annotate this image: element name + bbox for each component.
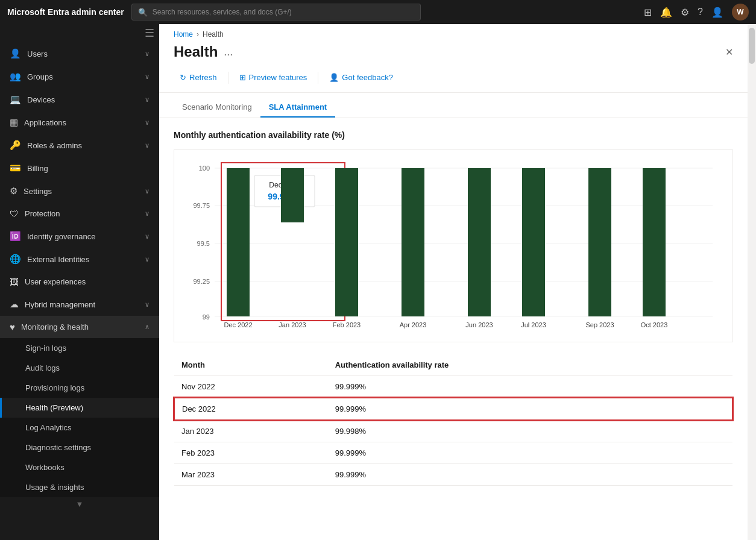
sidebar-item-devices[interactable]: 💻 Devices ∨ <box>0 88 159 111</box>
main-layout: ☰ 👤 Users ∨ 👥 Groups ∨ 💻 Devices ∨ <box>0 24 756 540</box>
bar-jan2023[interactable] <box>281 168 304 222</box>
health-preview-label: Health (Preview) <box>25 403 83 412</box>
page-header: Health ... ✕ <box>159 41 748 68</box>
bar-jun2023[interactable] <box>468 168 491 316</box>
sidebar-protection-label: Protection <box>25 209 60 218</box>
sidebar-item-protection[interactable]: 🛡 Protection ∨ <box>0 202 159 225</box>
cell-rate: 99.999% <box>328 464 732 486</box>
settings-icon[interactable]: ⚙ <box>681 7 689 18</box>
bar-jul2023[interactable] <box>522 168 545 316</box>
breadcrumb: Home › Health <box>159 24 748 41</box>
sidebar-item-applications[interactable]: ▦ Applications ∨ <box>0 111 159 134</box>
feedback-label: Got feedback? <box>342 73 393 82</box>
userexp-icon: 🖼 <box>10 277 19 287</box>
feedback-button[interactable]: 👤 Got feedback? <box>323 70 399 85</box>
sidebar-scroll-down[interactable]: ▼ <box>0 497 159 511</box>
sidebar-applications-label: Applications <box>24 118 66 127</box>
chart-container: 100 99.75 99.5 99.25 99 Dec <box>174 149 733 342</box>
users-chevron: ∨ <box>145 50 150 58</box>
svg-text:Jul 2023: Jul 2023 <box>521 321 546 328</box>
bar-oct2023[interactable] <box>643 168 666 316</box>
sidebar-item-users[interactable]: 👤 Users ∨ <box>0 42 159 65</box>
chart-svg: 100 99.75 99.5 99.25 99 Dec <box>184 160 723 334</box>
sidebar-users-label: Users <box>27 49 48 58</box>
table-row: Nov 202299.999% <box>174 376 732 398</box>
roles-icon: 🔑 <box>10 140 21 151</box>
sidebar-item-hybrid[interactable]: ☁ Hybrid management ∨ <box>0 293 159 316</box>
col-rate: Authentication availability rate <box>328 354 732 376</box>
close-button[interactable]: ✕ <box>725 46 733 58</box>
svg-text:99: 99 <box>203 313 210 321</box>
roles-chevron: ∨ <box>145 142 150 149</box>
sidebar-item-roles[interactable]: 🔑 Roles & admins ∨ <box>0 134 159 157</box>
usage-insights-label: Usage & insights <box>25 483 84 492</box>
tab-scenario-monitoring[interactable]: Scenario Monitoring <box>174 98 260 118</box>
signin-logs-label: Sign-in logs <box>25 344 66 353</box>
sidebar-item-billing[interactable]: 💳 Billing <box>0 157 159 180</box>
feedback-icon: 👤 <box>329 73 339 82</box>
sidebar-item-external[interactable]: 🌐 External Identities ∨ <box>0 248 159 271</box>
groups-chevron: ∨ <box>145 73 150 81</box>
sidebar-sub-item-usage-insights[interactable]: Usage & insights <box>0 477 159 497</box>
settings-icon: ⚙ <box>10 186 17 196</box>
bar-apr2023[interactable] <box>402 168 424 316</box>
sidebar-groups-label: Groups <box>27 72 53 81</box>
svg-text:Feb 2023: Feb 2023 <box>333 321 361 328</box>
toolbar-separator-2 <box>318 72 318 84</box>
hybrid-chevron: ∨ <box>145 301 150 309</box>
sidebar-item-groups[interactable]: 👥 Groups ∨ <box>0 65 159 88</box>
svg-text:99.5: 99.5 <box>197 240 210 247</box>
breadcrumb-current: Health <box>203 30 224 39</box>
bell-icon[interactable]: 🔔 <box>660 7 672 18</box>
settings-chevron: ∨ <box>145 187 150 195</box>
availability-table: Month Authentication availability rate N… <box>174 354 733 486</box>
search-box[interactable]: 🔍 <box>131 4 421 20</box>
bar-feb2023[interactable] <box>335 168 358 316</box>
table-section: Month Authentication availability rate N… <box>159 354 748 498</box>
sidebar-sub-monitoring: Sign-in logs Audit logs Provisioning log… <box>0 338 159 497</box>
devices-icon: 💻 <box>10 94 21 105</box>
avatar[interactable]: W <box>732 4 749 20</box>
chart-section: Monthly authentication availability rate… <box>159 118 748 354</box>
applications-icon: ▦ <box>10 117 18 128</box>
help-icon[interactable]: ? <box>698 7 703 17</box>
sidebar-item-userexp[interactable]: 🖼 User experiences <box>0 271 159 293</box>
bar-sep2023[interactable] <box>588 168 611 316</box>
refresh-button[interactable]: ↻ Refresh <box>174 70 223 85</box>
sidebar-item-identity[interactable]: 🆔 Identity governance ∨ <box>0 225 159 248</box>
portal-icon[interactable]: ⊞ <box>644 7 652 18</box>
sidebar-item-monitoring[interactable]: ♥ Monitoring & health ∧ <box>0 316 159 338</box>
breadcrumb-separator: › <box>197 30 199 39</box>
sidebar-sub-item-signin-logs[interactable]: Sign-in logs <box>0 338 159 358</box>
tab-sla-attainment[interactable]: SLA Attainment <box>260 98 336 118</box>
collapse-sidebar-icon[interactable]: ☰ <box>145 27 154 40</box>
bar-dec2022[interactable] <box>227 168 250 316</box>
sidebar-billing-label: Billing <box>27 164 48 173</box>
sidebar-sub-item-provisioning-logs[interactable]: Provisioning logs <box>0 378 159 398</box>
sidebar-sub-item-log-analytics[interactable]: Log Analytics <box>0 418 159 438</box>
breadcrumb-home[interactable]: Home <box>174 30 193 39</box>
audit-logs-label: Audit logs <box>25 363 60 372</box>
table-row: Jan 202399.998% <box>174 420 732 442</box>
monitoring-chevron: ∧ <box>145 323 150 331</box>
svg-text:Oct 2023: Oct 2023 <box>641 321 668 328</box>
sidebar-sub-item-workbooks[interactable]: Workbooks <box>0 457 159 477</box>
scrollbar-area <box>748 24 756 540</box>
sidebar-sub-item-health-preview[interactable]: Health (Preview) <box>0 398 159 418</box>
sidebar-sub-item-diagnostic-settings[interactable]: Diagnostic settings <box>0 438 159 457</box>
sidebar-sub-item-audit-logs[interactable]: Audit logs <box>0 358 159 378</box>
preview-features-button[interactable]: ⊞ Preview features <box>233 70 313 85</box>
sidebar: ☰ 👤 Users ∨ 👥 Groups ∨ 💻 Devices ∨ <box>0 24 159 540</box>
search-input[interactable] <box>153 8 414 16</box>
feedback-icon[interactable]: 👤 <box>711 7 723 18</box>
table-row: Dec 202299.999% <box>174 398 732 420</box>
sidebar-hybrid-label: Hybrid management <box>25 300 95 309</box>
sidebar-item-settings[interactable]: ⚙ Settings ∨ <box>0 180 159 202</box>
page-more-button[interactable]: ... <box>224 46 233 58</box>
monitoring-icon: ♥ <box>10 322 15 332</box>
scrollbar-thumb[interactable] <box>749 28 755 64</box>
cell-month: Mar 2023 <box>174 464 328 486</box>
svg-text:Jan 2023: Jan 2023 <box>279 321 306 328</box>
table-header-row: Month Authentication availability rate <box>174 354 732 376</box>
refresh-label: Refresh <box>189 73 217 82</box>
